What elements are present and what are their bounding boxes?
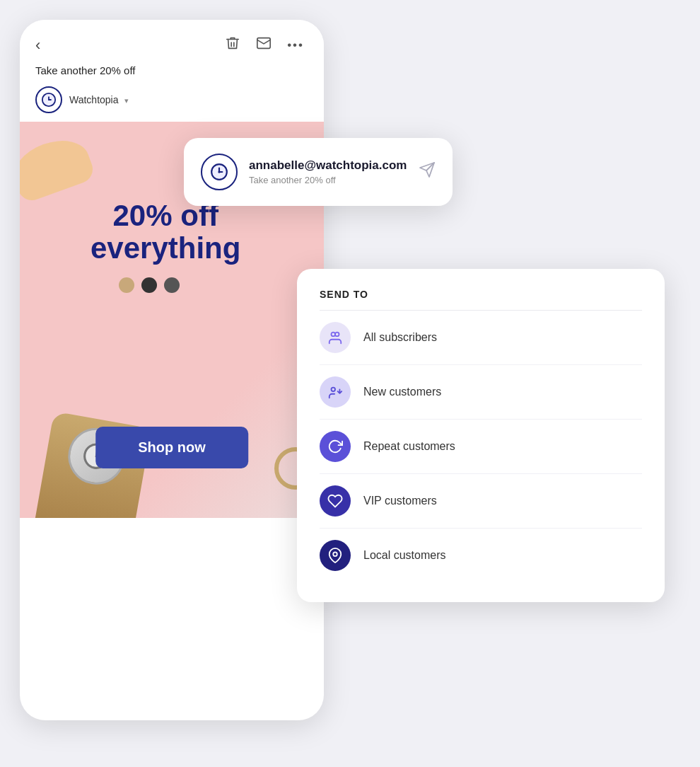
watchtopia-logo: [201, 154, 238, 190]
back-button[interactable]: ‹: [35, 36, 40, 54]
sender-card-subject: Take another 20% off: [249, 175, 407, 185]
new-customers-label: New customers: [363, 386, 441, 398]
list-item[interactable]: VIP customers: [320, 474, 642, 529]
send-to-card: SEND TO All subscribers New customers: [297, 269, 665, 602]
phone-header-left: ‹: [35, 36, 40, 54]
sender-card-info: annabelle@watchtopia.com Take another 20…: [249, 158, 407, 185]
delete-icon[interactable]: [225, 35, 240, 54]
list-item[interactable]: All subscribers: [320, 311, 642, 365]
headline-line2: everything: [91, 232, 240, 265]
all-subscribers-icon: [320, 322, 351, 353]
list-item[interactable]: Local customers: [320, 529, 642, 582]
shop-now-button[interactable]: Shop now: [95, 427, 248, 468]
sender-dropdown-arrow[interactable]: ▾: [124, 96, 129, 105]
repeat-customers-label: Repeat customers: [363, 440, 455, 453]
vip-customers-icon: [320, 485, 351, 517]
svg-point-4: [218, 171, 220, 173]
dot-1: [119, 277, 134, 293]
all-subscribers-label: All subscribers: [363, 331, 437, 344]
phone-header: ‹ •••: [20, 20, 324, 64]
email-white-panel: [20, 518, 324, 631]
local-customers-label: Local customers: [363, 549, 446, 562]
watchtopia-logo-small: [35, 86, 62, 113]
local-customers-icon: [320, 540, 351, 571]
svg-point-8: [335, 333, 339, 337]
vip-customers-label: VIP customers: [363, 495, 437, 507]
send-button[interactable]: [419, 161, 436, 183]
svg-point-9: [332, 388, 336, 392]
list-item[interactable]: Repeat customers: [320, 420, 642, 474]
sender-name-label: Watchtopia ▾: [69, 93, 129, 106]
email-subject: Take another 20% off: [20, 64, 324, 82]
list-item[interactable]: New customers: [320, 365, 642, 420]
email-headline: 20% off everything: [91, 200, 240, 265]
sender-row: Watchtopia ▾: [20, 82, 324, 122]
sender-email: annabelle@watchtopia.com: [249, 158, 407, 173]
more-icon[interactable]: •••: [287, 38, 304, 52]
sender-card: annabelle@watchtopia.com Take another 20…: [184, 138, 453, 206]
glasses-decoration: [20, 131, 97, 204]
svg-point-10: [333, 552, 337, 556]
dot-2: [141, 277, 157, 293]
dot-3: [164, 277, 180, 293]
sender-name: Watchtopia: [69, 94, 119, 105]
dots-decoration: [119, 277, 180, 293]
send-to-title: SEND TO: [320, 289, 642, 300]
phone-card: ‹ ••• Take another 20%: [20, 20, 324, 720]
repeat-customers-icon: [320, 431, 351, 462]
phone-header-right: •••: [225, 35, 304, 54]
email-icon[interactable]: [256, 35, 272, 54]
new-customers-icon: [320, 376, 351, 408]
